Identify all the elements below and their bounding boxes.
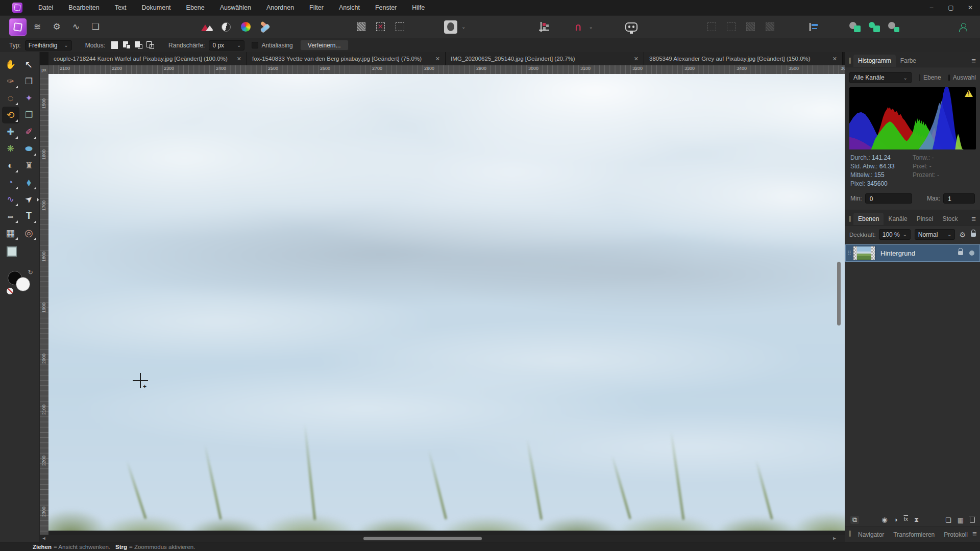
close-tab-icon[interactable]: ✕ (634, 56, 639, 62)
close-tab-icon[interactable]: ✕ (435, 56, 440, 62)
tab-kanaele[interactable]: Kanäle (884, 213, 912, 225)
new-pixel-layer-icon[interactable]: ▦ (958, 516, 964, 524)
freehand-selection-tool[interactable]: ⟲ (2, 107, 19, 123)
pixel-alignment-icon[interactable] (535, 18, 553, 36)
tab-navigator[interactable]: Navigator (853, 531, 889, 538)
burn-tool[interactable]: ◔ (2, 174, 19, 191)
selection-brush-tool[interactable]: ◌ (2, 90, 19, 107)
erase-tool[interactable]: ⬬ (20, 140, 38, 157)
quick-mask-chevron-icon[interactable]: ⌄ (461, 24, 465, 30)
swap-colors-icon[interactable]: ↻ (28, 269, 33, 276)
view-tool[interactable]: ✋ (2, 56, 19, 73)
account-icon[interactable] (954, 18, 972, 36)
foreground-swatch[interactable] (7, 246, 17, 257)
document-tab-1[interactable]: couple-1718244 Karen Warfel auf Pixabay.… (48, 52, 247, 65)
secondary-color-swatch[interactable] (16, 277, 30, 291)
tone-mapping-persona-icon[interactable]: ∿ (67, 18, 85, 36)
min-input[interactable]: 0 (865, 193, 912, 204)
layer-visibility-icon[interactable] (969, 251, 974, 256)
layer-lock-icon[interactable] (958, 251, 963, 255)
delete-layer-icon[interactable] (970, 517, 975, 523)
blend-mode-select[interactable]: Normal ⌄ (915, 229, 955, 240)
dodge-tool[interactable]: ◐ (2, 157, 19, 174)
boolean-subtract-icon[interactable] (866, 18, 883, 36)
tab-stock[interactable]: Stock (938, 213, 962, 225)
tab-histogramm[interactable]: Histogramm (853, 55, 896, 67)
layer-checkbox[interactable] (919, 74, 920, 81)
live-filter-icon[interactable]: ⧗ (914, 516, 919, 524)
menu-ansicht[interactable]: Ansicht (331, 0, 368, 15)
panel-grip-icon[interactable]: ∥ (848, 215, 851, 222)
menu-hilfe[interactable]: Hilfe (404, 0, 432, 15)
panel-grip-icon[interactable]: ∥ (848, 530, 851, 537)
layer-effects-icon[interactable]: fx (904, 516, 909, 524)
invert-selection-icon[interactable] (391, 18, 408, 36)
smudge-tool[interactable]: ∿ (2, 191, 19, 208)
layer-thumbnail[interactable] (853, 246, 875, 260)
panel-menu-icon[interactable]: ≡ (971, 214, 976, 225)
boolean-add-icon[interactable] (846, 18, 864, 36)
select-all-icon[interactable] (352, 18, 370, 36)
close-button[interactable]: ✕ (961, 0, 980, 15)
tab-farbe[interactable]: Farbe (896, 55, 921, 67)
duplicate-layer-icon[interactable]: ⧉ (850, 516, 859, 524)
document-tab-2[interactable]: fox-1540833 Yvette van den Berg pixabay.… (247, 52, 446, 65)
text-tool[interactable]: T (20, 208, 38, 224)
new-group-icon[interactable]: ❏ (945, 516, 951, 524)
photo-persona-icon[interactable] (9, 18, 27, 36)
color-replacement-tool[interactable]: ❋ (2, 140, 19, 157)
mask-layer-icon[interactable]: ◉ (881, 516, 887, 524)
crop-tool[interactable]: ❒ (20, 73, 38, 90)
scroll-right-icon[interactable]: ► (830, 536, 839, 541)
channels-select[interactable]: Alle Kanäle ⌄ (849, 72, 912, 83)
warp-tool[interactable]: ⇔ (2, 208, 19, 224)
tab-pinsel[interactable]: Pinsel (912, 213, 938, 225)
auto-levels-icon[interactable] (198, 18, 215, 36)
color-indicator[interactable]: ↻ (7, 271, 33, 294)
mode-intersect-icon[interactable] (146, 41, 154, 49)
auto-white-balance-icon[interactable] (256, 18, 274, 36)
mode-add-icon[interactable] (123, 41, 131, 49)
mode-subtract-icon[interactable] (135, 41, 142, 49)
mode-new-icon[interactable] (111, 41, 119, 49)
flood-select-tool[interactable]: ✦ (20, 90, 38, 107)
layer-settings-gear-icon[interactable]: ⚙ (959, 231, 966, 239)
assistant-icon[interactable] (623, 18, 640, 36)
maximize-button[interactable]: ▢ (941, 0, 961, 15)
horizontal-scroll-thumb[interactable] (363, 537, 482, 540)
adjustment-layer-icon[interactable]: ◑ (894, 516, 898, 524)
no-color-swatch[interactable] (7, 288, 13, 294)
canvas[interactable]: + (48, 74, 845, 535)
antialiasing-checkbox[interactable] (252, 42, 258, 48)
minimize-button[interactable]: – (922, 0, 941, 15)
scroll-left-icon[interactable]: ◄ (40, 536, 48, 541)
menu-text[interactable]: Text (107, 0, 134, 15)
max-input[interactable]: 1 (943, 193, 975, 204)
tab-protokoll[interactable]: Protokoll (939, 531, 972, 538)
healing-tool[interactable]: ✚ (2, 123, 19, 140)
move-tool[interactable]: ↖ (20, 56, 38, 73)
quick-mask-swatch[interactable] (442, 18, 459, 36)
layer-drag-handle-icon[interactable]: ⠿ (846, 250, 853, 257)
warning-icon[interactable] (965, 90, 973, 97)
snapping-chevron-icon[interactable]: ⌄ (589, 24, 593, 30)
type-select[interactable]: Freihändig ⌄ (25, 40, 72, 51)
snapping-icon[interactable]: U (569, 18, 586, 36)
deselect-icon[interactable] (372, 18, 389, 36)
menu-filter[interactable]: Filter (302, 0, 331, 15)
inpainting-tool[interactable]: ❐ (20, 107, 38, 123)
menu-ebene[interactable]: Ebene (179, 0, 212, 15)
zoom-tool[interactable]: ◎ (20, 224, 38, 241)
paint-brush-tool[interactable]: ✐ (20, 123, 38, 140)
feather-select[interactable]: 0 px ⌄ (209, 40, 244, 51)
layer-name[interactable]: Hintergrund (880, 249, 958, 257)
layer-row-hintergrund[interactable]: ⠿ Hintergrund (845, 244, 980, 262)
color-picker-tool[interactable]: ✑ (2, 73, 19, 90)
panel-menu-icon[interactable]: ≡ (972, 529, 977, 540)
selection-checkbox[interactable] (948, 74, 950, 81)
document-tab-4[interactable]: 3805349 Alexander Grey auf Pixabay.jpg [… (644, 52, 843, 65)
tab-transformieren[interactable]: Transformieren (889, 531, 939, 538)
lock-icon[interactable] (971, 233, 976, 237)
alignment-icon[interactable] (805, 18, 823, 36)
menu-anordnen[interactable]: Anordnen (259, 0, 302, 15)
